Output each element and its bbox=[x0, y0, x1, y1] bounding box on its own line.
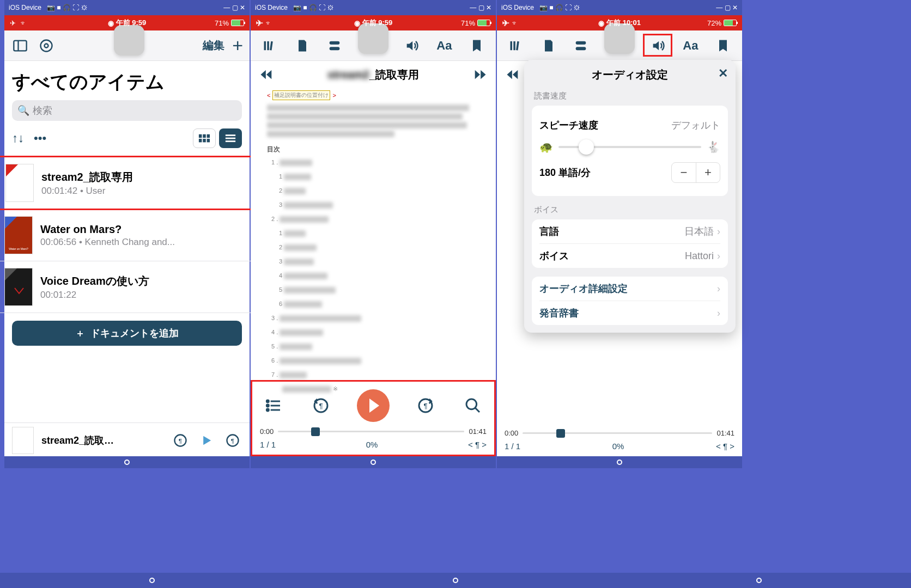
add-icon[interactable]: + bbox=[232, 35, 243, 56]
language-row[interactable]: 言語 日本語› bbox=[539, 219, 720, 243]
clock: 午前 9:59 bbox=[116, 18, 147, 28]
window-controls[interactable]: — ▢ ✕ bbox=[470, 4, 491, 11]
rabbit-icon: 🐇 bbox=[707, 140, 720, 154]
prev-chapter-icon[interactable] bbox=[503, 65, 522, 84]
player: ¶ ¶ 0:00 01:41 1 / 1 0% < ¶ > bbox=[251, 380, 496, 456]
progress-percent: 0% bbox=[366, 440, 378, 449]
rewind-paragraph-icon[interactable]: ¶ bbox=[171, 431, 190, 450]
document-body[interactable]: <補足説明書の位置付け> 目次 1 . 1 2 3 2 . 1 2 3 4 5 … bbox=[251, 88, 496, 395]
svg-marker-44 bbox=[507, 70, 512, 79]
svg-point-37 bbox=[466, 399, 477, 409]
svg-rect-39 bbox=[510, 41, 512, 50]
more-icon[interactable]: ••• bbox=[34, 131, 46, 145]
grid-view-button[interactable] bbox=[193, 128, 216, 148]
window-controls[interactable]: — ▢ ✕ bbox=[716, 4, 738, 11]
svg-point-29 bbox=[266, 405, 269, 407]
app-orb[interactable] bbox=[114, 25, 144, 56]
svg-rect-42 bbox=[576, 41, 586, 44]
stepper-minus[interactable]: − bbox=[672, 163, 696, 182]
list-view-button[interactable] bbox=[219, 128, 242, 148]
bookmark-icon[interactable] bbox=[467, 36, 486, 55]
scrubber-knob bbox=[556, 429, 565, 438]
toggle-icon[interactable] bbox=[325, 36, 344, 55]
list-item[interactable]: Voice Dreamの使い方 00:01:22 bbox=[0, 261, 257, 313]
slider-knob bbox=[579, 139, 594, 155]
svg-text:¶: ¶ bbox=[231, 437, 234, 444]
svg-rect-22 bbox=[330, 47, 340, 50]
mini-player[interactable]: stream2_読取… ¶ ¶ bbox=[4, 422, 250, 457]
svg-text:¶: ¶ bbox=[179, 437, 182, 444]
svg-rect-41 bbox=[516, 41, 519, 50]
document-icon[interactable] bbox=[539, 36, 558, 55]
svg-marker-45 bbox=[513, 70, 518, 79]
svg-marker-24 bbox=[266, 70, 271, 79]
search-input[interactable]: 🔍 検索 bbox=[12, 100, 242, 121]
svg-rect-19 bbox=[267, 41, 269, 50]
battery-pct: 71% bbox=[215, 19, 229, 27]
chapters-icon[interactable] bbox=[262, 394, 285, 417]
svg-rect-0 bbox=[14, 40, 26, 51]
window-controls[interactable]: — ▢ ✕ bbox=[223, 4, 245, 11]
svg-rect-40 bbox=[513, 41, 515, 50]
bookmark-icon[interactable] bbox=[714, 36, 732, 55]
library-icon[interactable] bbox=[507, 36, 525, 55]
voice-row[interactable]: ボイス Hattori› bbox=[539, 243, 720, 268]
wpm-stepper[interactable]: − + bbox=[671, 162, 720, 183]
wpm-label: 180 単語/分 bbox=[539, 166, 591, 179]
stepper-plus[interactable]: + bbox=[696, 163, 720, 182]
sort-icon[interactable]: ↑↓ bbox=[12, 131, 24, 145]
window-titlebar: iOS Device 📷 ■ 🎧 ⛶ ⚙ — ▢ ✕ bbox=[4, 0, 250, 15]
search-icon[interactable] bbox=[461, 394, 484, 417]
edit-button[interactable]: 編集 bbox=[203, 38, 224, 53]
document-icon[interactable] bbox=[293, 36, 312, 55]
speaker-icon[interactable] bbox=[403, 36, 421, 55]
font-icon[interactable]: Aa bbox=[681, 36, 700, 55]
panel-title: オーディオ設定 bbox=[532, 68, 728, 82]
progress-percent: 0% bbox=[612, 442, 624, 451]
highlight-box bbox=[643, 34, 672, 57]
window-titlebar: iOS Device 📷 ■ 🎧 ⛶ ⚙ — ▢ ✕ bbox=[251, 0, 496, 15]
list-item[interactable]: Water on Mars? Water on Mars? 00:06:56 •… bbox=[0, 210, 257, 261]
library-icon[interactable] bbox=[260, 36, 279, 55]
next-chapter-icon[interactable] bbox=[471, 65, 489, 84]
paragraph-nav[interactable]: < ¶ > bbox=[716, 442, 734, 451]
close-button[interactable]: ✕ bbox=[718, 66, 728, 81]
elapsed-time: 0:00 bbox=[505, 429, 518, 437]
reader-toolbar: Aa bbox=[497, 30, 742, 61]
play-icon[interactable] bbox=[197, 431, 216, 450]
svg-point-31 bbox=[266, 409, 269, 411]
add-document-button[interactable]: ＋ ドキュメントを追加 bbox=[12, 321, 242, 346]
prev-chapter-icon[interactable] bbox=[257, 65, 276, 84]
item-thumbnail bbox=[5, 164, 34, 202]
toggle-icon[interactable] bbox=[572, 36, 590, 55]
advanced-audio-row[interactable]: オーディオ詳細設定 › bbox=[539, 277, 720, 301]
total-time: 01:41 bbox=[469, 427, 487, 436]
svg-rect-8 bbox=[203, 139, 206, 142]
font-icon[interactable]: Aa bbox=[435, 36, 453, 55]
sidebar-icon[interactable] bbox=[11, 36, 29, 55]
forward-paragraph-icon[interactable]: ¶ bbox=[223, 431, 242, 450]
section-label-voice: ボイス bbox=[534, 205, 726, 215]
rewind-paragraph-icon[interactable]: ¶ bbox=[309, 394, 332, 417]
svg-marker-23 bbox=[261, 70, 266, 79]
svg-rect-21 bbox=[330, 41, 340, 44]
window-label: iOS Device bbox=[9, 4, 41, 11]
battery-icon bbox=[231, 20, 244, 26]
progress-bar[interactable]: 0:00 01:41 bbox=[260, 427, 487, 436]
paragraph-nav[interactable]: < ¶ > bbox=[468, 440, 487, 449]
audio-settings-panel: オーディオ設定 ✕ 読書速度 スピーチ速度 デフォルト 🐢 🐇 180 単語/分… bbox=[524, 60, 736, 333]
svg-marker-26 bbox=[481, 70, 485, 79]
pronunciation-dict-row[interactable]: 発音辞書 › bbox=[539, 301, 720, 325]
forward-paragraph-icon[interactable]: ¶ bbox=[414, 394, 437, 417]
svg-text:¶: ¶ bbox=[319, 402, 323, 410]
search-icon: 🔍 bbox=[17, 105, 29, 117]
gear-icon[interactable] bbox=[37, 36, 56, 55]
speed-slider[interactable]: 🐢 🐇 bbox=[539, 139, 720, 155]
page-title: すべてのアイテム bbox=[12, 70, 242, 95]
item-thumbnail bbox=[4, 268, 33, 306]
list-item[interactable]: stream2_読取専用 00:01:42 • User bbox=[0, 156, 258, 210]
elapsed-time: 0:00 bbox=[260, 427, 274, 436]
window-titlebar: iOS Device 📷 ■ 🎧 ⛶ ⚙ — ▢ ✕ bbox=[497, 0, 742, 15]
progress-bar[interactable]: 0:00 01:41 bbox=[505, 429, 734, 437]
play-button[interactable] bbox=[357, 389, 390, 422]
